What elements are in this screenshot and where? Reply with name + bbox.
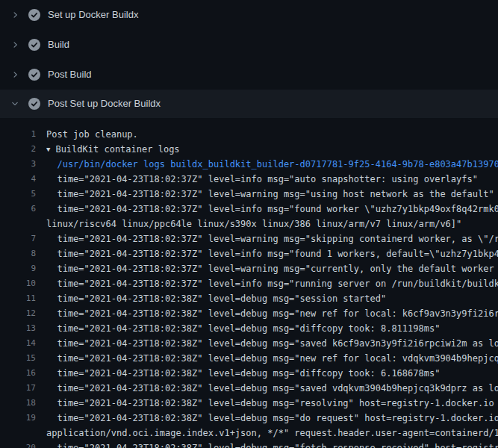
log-row: 7 time="2021-04-23T18:02:37Z" level=warn…: [0, 231, 498, 246]
log-line-number[interactable]: 16: [0, 366, 36, 381]
log-line-number[interactable]: 10: [0, 276, 36, 291]
log-line-number[interactable]: 18: [0, 396, 36, 411]
log-row: 14 time="2021-04-23T18:02:38Z" level=deb…: [0, 336, 498, 351]
log-row: 16 time="2021-04-23T18:02:38Z" level=deb…: [0, 366, 498, 381]
check-circle-icon: [28, 9, 40, 21]
log-line-text: time="2021-04-23T18:02:37Z" level=info m…: [46, 202, 498, 217]
log-line-number[interactable]: 4: [0, 172, 36, 187]
step-row[interactable]: Set up Docker Buildx: [0, 0, 498, 30]
chevron-right-icon: [9, 9, 21, 21]
step-label: Set up Docker Buildx: [48, 9, 138, 21]
log-row: 8 time="2021-04-23T18:02:37Z" level=info…: [0, 246, 498, 261]
step-row[interactable]: Build: [0, 30, 498, 60]
log-line-text: time="2021-04-23T18:02:38Z" level=debug …: [46, 291, 498, 306]
log-line-number: [0, 217, 36, 231]
log-row: application/vnd.oci.image.index.v1+json,…: [0, 426, 498, 441]
check-circle-icon: [28, 98, 40, 110]
log-area: 1Post job cleanup.2▼BuildKit container l…: [0, 118, 498, 448]
log-row: 9 time="2021-04-23T18:02:37Z" level=warn…: [0, 261, 498, 276]
log-line-number[interactable]: 13: [0, 321, 36, 336]
log-row: linux/riscv64 linux/ppc64le linux/s390x …: [0, 217, 498, 231]
step-label: Post Build: [48, 69, 92, 81]
log-line-number[interactable]: 1: [0, 127, 36, 142]
check-circle-icon: [28, 39, 40, 51]
log-row: 2▼BuildKit container logs: [0, 142, 498, 157]
log-line-number[interactable]: 12: [0, 306, 36, 321]
chevron-down-icon: [9, 98, 21, 110]
step-label: Post Set up Docker Buildx: [48, 98, 161, 110]
log-line-text: time="2021-04-23T18:02:38Z" level=debug …: [46, 396, 498, 411]
log-line-number[interactable]: 19: [0, 411, 36, 426]
chevron-right-icon: [9, 69, 21, 81]
log-line-number[interactable]: 20: [0, 441, 36, 448]
log-row: 10 time="2021-04-23T18:02:37Z" level=inf…: [0, 276, 498, 291]
log-row: 1Post job cleanup.: [0, 127, 498, 142]
log-group-title: BuildKit container logs: [55, 144, 179, 155]
log-row: 11 time="2021-04-23T18:02:38Z" level=deb…: [0, 291, 498, 306]
log-line-text: time="2021-04-23T18:02:38Z" level=debug …: [46, 381, 498, 396]
log-line-number[interactable]: 15: [0, 351, 36, 366]
check-circle-icon: [28, 69, 40, 81]
log-row: 13 time="2021-04-23T18:02:38Z" level=deb…: [0, 321, 498, 336]
log-row: 20 time="2021-04-23T18:02:38Z" level=deb…: [0, 441, 498, 448]
log-line-number[interactable]: 6: [0, 202, 36, 217]
log-line-text: time="2021-04-23T18:02:38Z" level=debug …: [46, 321, 498, 336]
log-line-text: time="2021-04-23T18:02:37Z" level=info m…: [46, 172, 498, 187]
step-row[interactable]: Post Set up Docker Buildx: [0, 90, 498, 118]
log-line-text: time="2021-04-23T18:02:38Z" level=debug …: [46, 411, 498, 426]
log-line-number[interactable]: 7: [0, 231, 36, 246]
log-line-number: [0, 426, 36, 441]
log-line-number[interactable]: 2: [0, 142, 36, 157]
log-line-text: time="2021-04-23T18:02:38Z" level=debug …: [46, 441, 498, 448]
log-line-text: time="2021-04-23T18:02:37Z" level=warnin…: [46, 261, 498, 276]
log-command-text: /usr/bin/docker logs buildx_buildkit_bui…: [46, 157, 498, 172]
chevron-right-icon: [9, 39, 21, 51]
log-row: 6 time="2021-04-23T18:02:37Z" level=info…: [0, 202, 498, 217]
log-row: 15 time="2021-04-23T18:02:38Z" level=deb…: [0, 351, 498, 366]
log-line-text: Post job cleanup.: [46, 127, 498, 142]
log-row: 12 time="2021-04-23T18:02:38Z" level=deb…: [0, 306, 498, 321]
steps-list: Set up Docker BuildxBuildPost BuildPost …: [0, 0, 498, 118]
log-line-text: time="2021-04-23T18:02:38Z" level=debug …: [46, 306, 498, 321]
log-line-text: time="2021-04-23T18:02:38Z" level=debug …: [46, 366, 498, 381]
step-row[interactable]: Post Build: [0, 60, 498, 90]
log-row: 19 time="2021-04-23T18:02:38Z" level=deb…: [0, 411, 498, 426]
log-line-number[interactable]: 14: [0, 336, 36, 351]
log-line-text: time="2021-04-23T18:02:38Z" level=debug …: [46, 336, 498, 351]
log-line-number[interactable]: 8: [0, 246, 36, 261]
log-line-text: time="2021-04-23T18:02:38Z" level=debug …: [46, 351, 498, 366]
log-line-text: linux/riscv64 linux/ppc64le linux/s390x …: [46, 217, 498, 231]
log-row: 3 /usr/bin/docker logs buildx_buildkit_b…: [0, 157, 498, 172]
log-row: 5 time="2021-04-23T18:02:37Z" level=warn…: [0, 187, 498, 202]
log-line-text: application/vnd.oci.image.index.v1+json,…: [46, 426, 498, 441]
step-label: Build: [48, 39, 69, 51]
log-line-number[interactable]: 5: [0, 187, 36, 202]
log-line-number[interactable]: 9: [0, 261, 36, 276]
log-row: 17 time="2021-04-23T18:02:38Z" level=deb…: [0, 381, 498, 396]
log-line-text: ▼BuildKit container logs: [46, 142, 498, 157]
log-line-number[interactable]: 3: [0, 157, 36, 172]
log-line-text: time="2021-04-23T18:02:37Z" level=warnin…: [46, 231, 498, 246]
triangle-down-icon[interactable]: ▼: [46, 142, 50, 157]
log-row: 18 time="2021-04-23T18:02:38Z" level=deb…: [0, 396, 498, 411]
log-line-number[interactable]: 17: [0, 381, 36, 396]
log-row: 4 time="2021-04-23T18:02:37Z" level=info…: [0, 172, 498, 187]
log-line-text: time="2021-04-23T18:02:37Z" level=info m…: [46, 276, 498, 291]
log-line-text: time="2021-04-23T18:02:37Z" level=info m…: [46, 246, 498, 261]
log-line-text: time="2021-04-23T18:02:37Z" level=warnin…: [46, 187, 498, 202]
actions-log-viewer: Set up Docker BuildxBuildPost BuildPost …: [0, 0, 498, 448]
log-line-number[interactable]: 11: [0, 291, 36, 306]
